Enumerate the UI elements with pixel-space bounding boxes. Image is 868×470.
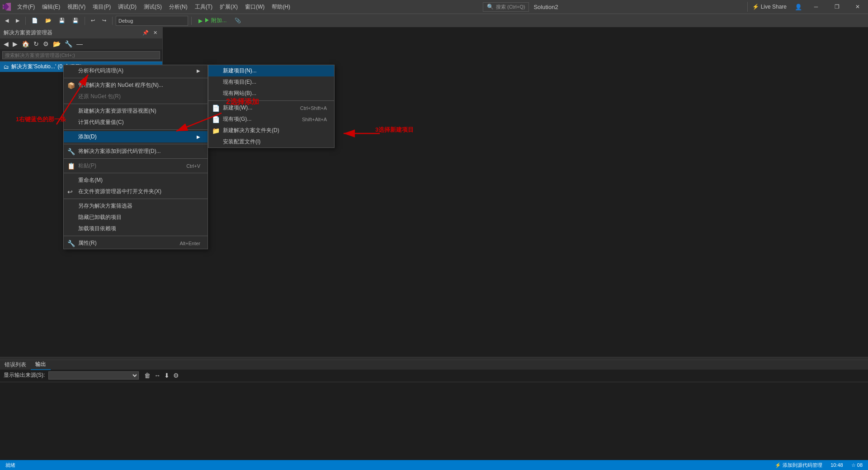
minimize-button[interactable]: ─ [806, 0, 826, 14]
toolbar-attach[interactable]: 📎 [232, 17, 244, 24]
menu-item-nuget[interactable]: 📦 管理解决方案的 NuGet 程序包(N)... [64, 80, 208, 91]
menu-item-add[interactable]: 添加(D) ▶ [64, 131, 208, 142]
panel-header: 解决方案资源管理器 📌 ✕ [0, 27, 162, 38]
toolbar-undo[interactable]: ↩ [88, 17, 98, 24]
status-time[interactable]: 10:48 [829, 462, 845, 468]
menu-window[interactable]: 窗口(W) [241, 0, 268, 14]
forward-btn[interactable]: ▶ [11, 40, 19, 48]
back-btn[interactable]: ◀ [2, 40, 10, 48]
submenu-install-config[interactable]: 安装配置文件(I) [208, 136, 334, 147]
show-all-btn[interactable]: 📂 [52, 40, 62, 48]
output-scroll-lock[interactable]: ⬇ [164, 372, 170, 379]
menu-project[interactable]: 项目(P) [89, 0, 114, 14]
submenu-existing-item[interactable]: 📄 现有项(G)... Shift+Alt+A [208, 114, 334, 125]
menu-tools[interactable]: 工具(T) [191, 0, 216, 14]
menu-item-new-view[interactable]: 新建解决方案资源管理器视图(N) [64, 105, 208, 117]
menu-analyze[interactable]: 分析(N) [165, 0, 191, 14]
notification-text: ☆ 08 [851, 462, 863, 468]
submenu-new-project[interactable]: 新建项目(N)... [208, 65, 334, 76]
config-selector[interactable] [116, 16, 188, 26]
submenu-new-solution-folder[interactable]: 📁 新建解决方案文件夹(D) [208, 125, 334, 136]
menu-item-rename[interactable]: 重命名(M) [64, 175, 208, 186]
submenu-existing-website[interactable]: 现有网站(B)... [208, 88, 334, 99]
properties-btn[interactable]: ⚙ [42, 40, 50, 48]
menu-view[interactable]: 视图(V) [64, 0, 89, 14]
menu-item-load-deps[interactable]: 加载项目依赖项 [64, 223, 208, 234]
separator-4 [191, 17, 192, 25]
source-icon: 🔧 [67, 148, 75, 155]
menu-item-open-folder[interactable]: ↩ 在文件资源管理器中打开文件夹(X) [64, 186, 208, 197]
solution-icon: 🗂 [4, 64, 9, 70]
toolbar-nav-forward[interactable]: ▶ [13, 17, 22, 24]
search-input[interactable] [2, 51, 160, 59]
status-bar-left: 就绪 [4, 462, 17, 469]
separator-1 [25, 17, 26, 25]
panel-title: 解决方案资源管理器 [4, 29, 52, 37]
separator-3 [112, 17, 113, 25]
menu-item-save-filter[interactable]: 另存为解决方案筛选器 [64, 200, 208, 212]
panel-search-box[interactable] [0, 49, 162, 62]
status-bar: 就绪 ⚡ 添加到源代码管理 10:48 ☆ 08 [0, 460, 868, 470]
menu-item-analyze[interactable]: 分析和代码清理(A) ▶ [64, 65, 208, 76]
status-ready[interactable]: 就绪 [4, 462, 17, 469]
output-panel: ▼ 输出 📌 ✕ 显示输出来源(S): 🗑 ↔ ⬇ ⚙ [0, 357, 868, 470]
menu-test[interactable]: 测试(S) [140, 0, 165, 14]
close-panel-button[interactable]: ✕ [152, 29, 159, 36]
menu-file[interactable]: 文件(F) [14, 0, 38, 14]
home-btn[interactable]: 🏠 [20, 40, 31, 48]
submenu-new-item[interactable]: 📄 新建项(W)... Ctrl+Shift+A [208, 102, 334, 114]
run-icon: ▶ [198, 18, 203, 24]
collapse-btn[interactable]: — [75, 40, 84, 48]
menu-help[interactable]: 帮助(H) [268, 0, 294, 14]
separator-7 [64, 199, 208, 199]
separator-2 [85, 17, 85, 25]
toolbar-nav-back[interactable]: ◀ [2, 17, 11, 24]
output-settings[interactable]: ⚙ [173, 372, 179, 379]
output-content [0, 382, 868, 387]
toolbar-save[interactable]: 💾 [56, 17, 68, 24]
toolbar-redo[interactable]: ↪ [99, 17, 109, 24]
separator-6 [64, 173, 208, 173]
run-label: ▶ 附加... [204, 17, 226, 24]
menu-edit[interactable]: 编辑(E) [38, 0, 64, 14]
search-box[interactable]: 🔍 搜索 (Ctrl+Q) [483, 2, 529, 12]
menu-item-calc-metrics[interactable]: 计算代码度量值(C) [64, 117, 208, 128]
panel-toolbar: ◀ ▶ 🏠 ↻ ⚙ 📂 🔧 — [0, 38, 162, 49]
maximize-button[interactable]: ❐ [826, 0, 847, 14]
run-button[interactable]: ▶ ▶ 附加... [195, 16, 230, 25]
time-text: 10:48 [830, 462, 843, 468]
output-clear-icon[interactable]: 🗑 [144, 372, 151, 379]
status-notification[interactable]: ☆ 08 [849, 462, 864, 468]
menu-item-hide-unloaded[interactable]: 隐藏已卸载的项目 [64, 212, 208, 223]
toolbar-new[interactable]: 📄 [29, 17, 41, 24]
tab-error-list[interactable]: 错误列表 [0, 360, 31, 370]
separator-2 [64, 104, 208, 104]
annotation-step1: 1右键蓝色的那一条 [16, 115, 66, 123]
sub-separator-1 [208, 100, 334, 101]
submenu-existing-project[interactable]: 现有项目(E)... [208, 76, 334, 88]
user-icon[interactable]: 👤 [791, 4, 806, 10]
step1-text: 1右键蓝色的那一条 [16, 116, 66, 123]
folder-icon: ↩ [67, 188, 73, 195]
menu-debug[interactable]: 调试(D) [114, 0, 140, 14]
toolbar-save-all[interactable]: 💾 [70, 17, 81, 24]
menu-item-add-to-source[interactable]: 🔧 将解决方案添加到源代码管理(D)... [64, 146, 208, 157]
submenu-arrow: ▶ [197, 68, 200, 73]
status-source-control[interactable]: ⚡ 添加到源代码管理 [773, 462, 824, 469]
filter-btn[interactable]: 🔧 [63, 40, 74, 48]
pin-button[interactable]: 📌 [141, 29, 150, 36]
live-share-icon: ⚡ [752, 4, 759, 10]
menu-extensions[interactable]: 扩展(X) [216, 0, 241, 14]
close-button[interactable]: ✕ [847, 0, 868, 14]
tab-output[interactable]: 输出 [31, 360, 51, 370]
live-share-label: Live Share [761, 4, 787, 10]
toolbar-open[interactable]: 📂 [42, 17, 54, 24]
paste-icon: 📋 [67, 162, 75, 170]
context-menu: 分析和代码清理(A) ▶ 📦 管理解决方案的 NuGet 程序包(N)... 还… [63, 65, 208, 249]
live-share-button[interactable]: ⚡ Live Share [747, 2, 791, 12]
source-control-icon: ⚡ [775, 462, 781, 468]
output-source-select[interactable] [48, 371, 139, 380]
refresh-btn[interactable]: ↻ [32, 40, 40, 48]
output-toggle-word-wrap[interactable]: ↔ [154, 372, 160, 379]
menu-item-properties[interactable]: 🔧 属性(R) Alt+Enter [64, 237, 208, 249]
